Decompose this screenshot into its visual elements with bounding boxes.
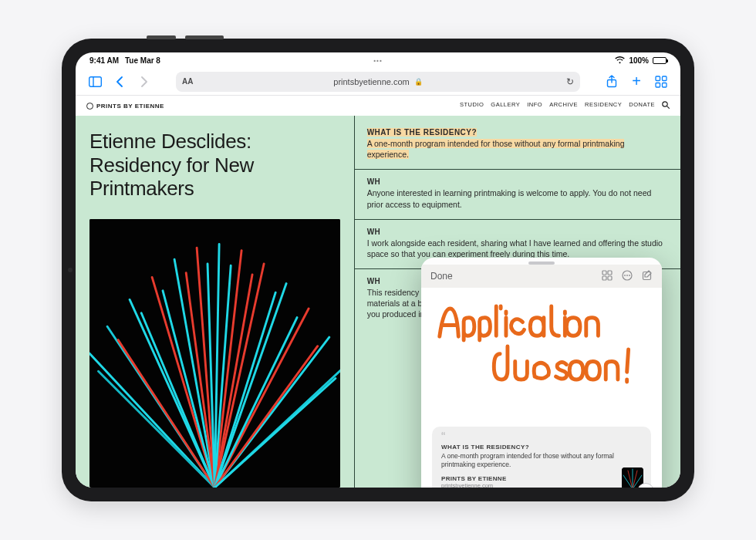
search-icon[interactable] [662,101,670,110]
url-text: printsbyetienne.com [333,77,409,86]
svg-point-42 [629,275,630,276]
site-brand[interactable]: PRINTS BY ETIENNE [86,103,164,110]
clip-question: WHAT IS THE RESIDENCY? [441,444,642,451]
volume-buttons [185,35,224,39]
svg-rect-3 [656,76,660,81]
more-icon[interactable] [622,270,633,283]
battery-percent: 100% [629,56,649,65]
done-button[interactable]: Done [430,271,453,282]
svg-point-41 [626,275,628,276]
multitask-dots[interactable]: ••• [373,57,382,64]
faq2-answer: Anyone interested in learning printmakin… [367,187,668,209]
svg-point-40 [624,275,626,276]
share-button[interactable] [603,73,620,90]
safari-toolbar: AA printsbyetienne.com 🔒 ↻ + [76,68,680,96]
faq1-answer: A one-month program intended for those w… [367,139,625,159]
nav-residency[interactable]: RESIDENCY [585,101,622,110]
faq-block-2: WH Anyone interested in learning printma… [355,170,680,219]
sidebar-toggle-button[interactable] [86,73,103,90]
svg-rect-37 [602,276,606,280]
article-hero-image [89,219,340,488]
clip-answer: A one-month program intended for those w… [441,452,642,469]
tabs-button[interactable] [653,73,670,90]
battery-icon [653,57,667,64]
link-clip-card[interactable]: “ WHAT IS THE RESIDENCY? A one-month pro… [432,427,651,488]
nav-studio[interactable]: STUDIO [460,101,484,110]
nav-gallery[interactable]: GALLERY [491,101,520,110]
reader-aa-button[interactable]: AA [182,77,193,86]
article-headline: Etienne Desclides: Residency for New Pri… [89,130,340,201]
svg-rect-38 [608,276,612,280]
svg-rect-5 [656,83,660,87]
site-nav: STUDIO GALLERY INFO ARCHIVE RESIDENCY DO… [460,101,670,110]
faq2-question: WH [367,177,668,186]
status-bar: 9:41 AM Tue Mar 8 ••• 100% [76,52,680,68]
address-bar[interactable]: AA printsbyetienne.com 🔒 ↻ [176,72,580,92]
brand-name: PRINTS BY ETIENNE [96,103,164,110]
quick-note-toolbar: Done [421,265,662,288]
back-button[interactable] [111,73,128,90]
svg-rect-36 [608,271,612,275]
clip-source-domain: printsbyetienne.com [441,482,642,488]
ipad-device-frame: 9:41 AM Tue Mar 8 ••• 100% [62,39,694,501]
screen: 9:41 AM Tue Mar 8 ••• 100% [76,52,680,488]
front-camera [68,268,73,272]
power-button [147,35,176,39]
svg-rect-6 [663,83,667,87]
article-left-column: Etienne Desclides: Residency for New Pri… [76,116,354,488]
compose-icon[interactable] [642,270,653,283]
status-time: 9:41 AM [89,56,119,65]
handwriting-text [432,294,651,393]
brand-logo-icon [86,103,93,110]
nav-info[interactable]: INFO [527,101,542,110]
svg-rect-4 [663,76,667,81]
faq3-question: WH [367,228,668,236]
site-header: PRINTS BY ETIENNE STUDIO GALLERY INFO AR… [76,96,680,116]
quick-note-panel[interactable]: Done [421,258,662,488]
svg-line-8 [667,106,670,109]
faq1-question: WHAT IS THE RESIDENCY? [367,128,477,137]
status-date: Tue Mar 8 [125,56,160,65]
faq3-answer: I work alongside each resident, sharing … [367,238,668,259]
forward-button [136,73,153,90]
svg-rect-0 [89,76,101,86]
reload-button[interactable]: ↻ [566,76,574,87]
webpage-viewport[interactable]: PRINTS BY ETIENNE STUDIO GALLERY INFO AR… [76,96,680,488]
nav-archive[interactable]: ARCHIVE [549,101,578,110]
svg-rect-35 [602,271,606,275]
quote-icon: “ [441,434,642,440]
note-canvas[interactable]: “ WHAT IS THE RESIDENCY? A one-month pro… [421,288,662,488]
new-tab-button[interactable]: + [628,73,645,90]
lock-icon: 🔒 [414,78,423,86]
nav-donate[interactable]: DONATE [629,101,655,110]
notes-grid-icon[interactable] [602,270,613,283]
faq-block-1: WHAT IS THE RESIDENCY? A one-month progr… [355,116,680,170]
clip-source-title: PRINTS BY ETIENNE [441,475,642,482]
wifi-icon [615,56,625,64]
